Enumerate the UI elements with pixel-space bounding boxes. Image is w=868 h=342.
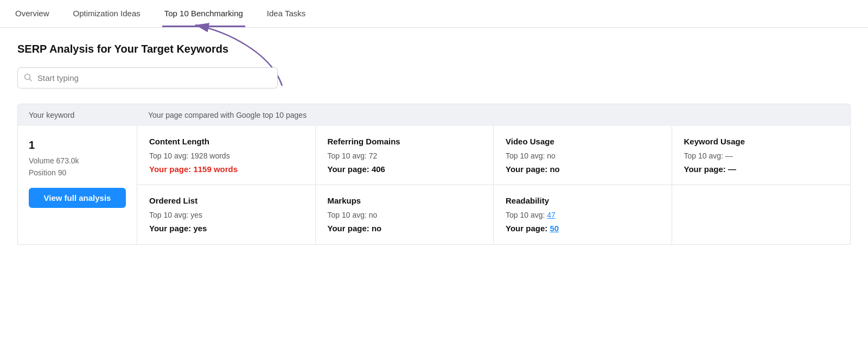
metric-card-video-usage: Video Usage Top 10 avg: no Your page: no (494, 126, 672, 185)
metric-page-keyword-usage: Your page: — (684, 164, 839, 174)
app-container: Overview Optimization Ideas Top 10 Bench… (0, 0, 868, 342)
readability-page-link[interactable]: 50 (550, 224, 559, 233)
metric-card-ordered-list: Ordered List Top 10 avg: yes Your page: … (137, 185, 316, 244)
metrics-grid: Content Length Top 10 avg: 1928 words Yo… (137, 126, 850, 244)
metric-page-referring-domains: Your page: 406 (328, 164, 482, 174)
keyword-rank: 1 (29, 139, 126, 151)
metric-card-markups: Markups Top 10 avg: no Your page: no (316, 185, 494, 244)
table-header: Your keyword Your page compared with Goo… (17, 104, 851, 126)
metric-title-referring-domains: Referring Domains (328, 137, 482, 146)
tab-idea-tasks[interactable]: Idea Tasks (265, 0, 308, 27)
metric-title-ordered-list: Ordered List (149, 196, 303, 205)
metric-page-markups: Your page: no (328, 224, 482, 233)
keyword-meta: Volume 673.0k Position 90 (29, 155, 126, 179)
th-comparison: Your page compared with Google top 10 pa… (148, 111, 307, 119)
page-title: SERP Analysis for Your Target Keywords (17, 43, 851, 55)
metric-page-video-usage: Your page: no (506, 164, 660, 174)
search-wrapper (17, 67, 278, 88)
metric-title-video-usage: Video Usage (506, 137, 660, 146)
tab-top-10-benchmarking[interactable]: Top 10 Benchmarking (162, 0, 245, 27)
metric-avg-referring-domains: Top 10 avg: 72 (328, 151, 482, 160)
metric-page-content-length: Your page: 1159 words (149, 164, 303, 174)
metric-card-content-length: Content Length Top 10 avg: 1928 words Yo… (137, 126, 316, 185)
keyword-volume: Volume 673.0k (29, 155, 126, 167)
metric-avg-ordered-list: Top 10 avg: yes (149, 211, 303, 219)
tab-overview[interactable]: Overview (13, 0, 52, 27)
th-keyword: Your keyword (29, 111, 148, 119)
table-row: 1 Volume 673.0k Position 90 View full an… (17, 126, 851, 245)
metric-title-readability: Readability (506, 196, 660, 205)
metric-card-keyword-usage: Keyword Usage Top 10 avg: — Your page: — (672, 126, 851, 185)
metric-page-readability: Your page: 50 (506, 224, 660, 233)
metric-avg-readability: Top 10 avg: 47 (506, 211, 660, 219)
metric-title-markups: Markups (328, 196, 482, 205)
svg-line-2 (30, 79, 32, 81)
metric-avg-content-length: Top 10 avg: 1928 words (149, 151, 303, 160)
metric-avg-markups: Top 10 avg: no (328, 211, 482, 219)
readability-avg-link[interactable]: 47 (547, 211, 556, 219)
page-content: SERP Analysis for Your Target Keywords Y… (0, 28, 868, 245)
metric-card-empty (672, 185, 851, 244)
keyword-position: Position 90 (29, 167, 126, 179)
search-input[interactable] (17, 67, 278, 88)
metric-title-content-length: Content Length (149, 137, 303, 146)
metric-card-readability: Readability Top 10 avg: 47 Your page: 50 (494, 185, 672, 244)
search-icon (24, 73, 32, 83)
view-full-analysis-button[interactable]: View full analysis (29, 188, 126, 208)
keyword-col: 1 Volume 673.0k Position 90 View full an… (18, 126, 137, 244)
tab-nav: Overview Optimization Ideas Top 10 Bench… (0, 0, 868, 28)
metric-avg-video-usage: Top 10 avg: no (506, 151, 660, 160)
metric-avg-keyword-usage: Top 10 avg: — (684, 151, 839, 160)
metric-page-ordered-list: Your page: yes (149, 224, 303, 233)
metric-title-keyword-usage: Keyword Usage (684, 137, 839, 146)
metric-card-referring-domains: Referring Domains Top 10 avg: 72 Your pa… (316, 126, 494, 185)
tab-optimization-ideas[interactable]: Optimization Ideas (71, 0, 143, 27)
